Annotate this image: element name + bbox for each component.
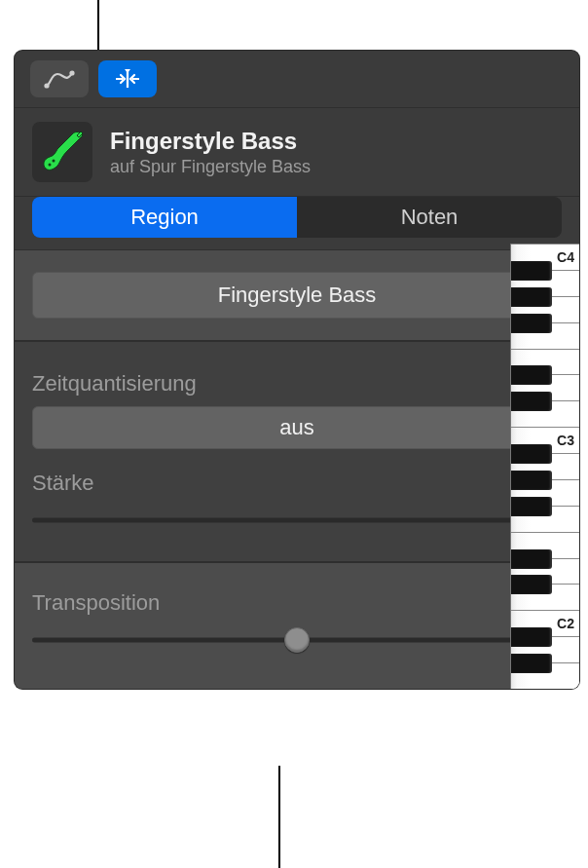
transpose-slider[interactable] bbox=[32, 628, 562, 652]
region-header: Fingerstyle Bass auf Spur Fingerstyle Ba… bbox=[15, 108, 579, 197]
quantize-label: Zeitquantisierung bbox=[32, 371, 197, 396]
strength-slider[interactable] bbox=[32, 509, 562, 532]
region-subtitle: auf Spur Fingerstyle Bass bbox=[110, 157, 311, 177]
quantize-strip: Zeitquantisierung aus Stärke 100 bbox=[15, 341, 579, 562]
svg-point-0 bbox=[44, 83, 49, 88]
tab-notes[interactable]: Noten bbox=[297, 197, 562, 238]
quantize-select[interactable]: aus bbox=[32, 406, 562, 449]
transpose-label: Transposition bbox=[32, 590, 160, 617]
automation-icon bbox=[44, 68, 75, 90]
inspector-tabs: Region Noten bbox=[32, 197, 562, 238]
white-key[interactable] bbox=[511, 506, 579, 532]
region-name-field[interactable]: Fingerstyle Bass bbox=[32, 272, 562, 319]
track-icon bbox=[32, 122, 92, 182]
region-title: Fingerstyle Bass bbox=[110, 128, 311, 155]
automation-button[interactable] bbox=[30, 60, 89, 97]
callout-line-bottom bbox=[278, 766, 280, 868]
svg-point-1 bbox=[69, 70, 74, 75]
transpose-thumb[interactable] bbox=[284, 627, 310, 653]
svg-point-3 bbox=[53, 160, 55, 163]
piano-keyboard[interactable]: C4 C3 C2 bbox=[510, 244, 579, 689]
white-key[interactable] bbox=[511, 584, 579, 610]
region-name-strip: Fingerstyle Bass bbox=[15, 249, 579, 341]
bass-guitar-icon bbox=[40, 130, 85, 174]
quantize-value: aus bbox=[279, 415, 313, 440]
white-key[interactable] bbox=[511, 400, 579, 427]
transpose-strip: Transposition 0 bbox=[15, 562, 579, 689]
white-key[interactable] bbox=[511, 662, 579, 689]
toolbar bbox=[15, 51, 579, 108]
white-key[interactable] bbox=[511, 322, 579, 349]
tab-region[interactable]: Region bbox=[32, 197, 297, 238]
catch-playhead-button[interactable] bbox=[98, 60, 157, 97]
svg-point-2 bbox=[49, 164, 52, 167]
inspector-panel: Fingerstyle Bass auf Spur Fingerstyle Ba… bbox=[15, 51, 579, 689]
strength-label: Stärke bbox=[32, 471, 94, 497]
catch-playhead-icon bbox=[112, 68, 143, 90]
